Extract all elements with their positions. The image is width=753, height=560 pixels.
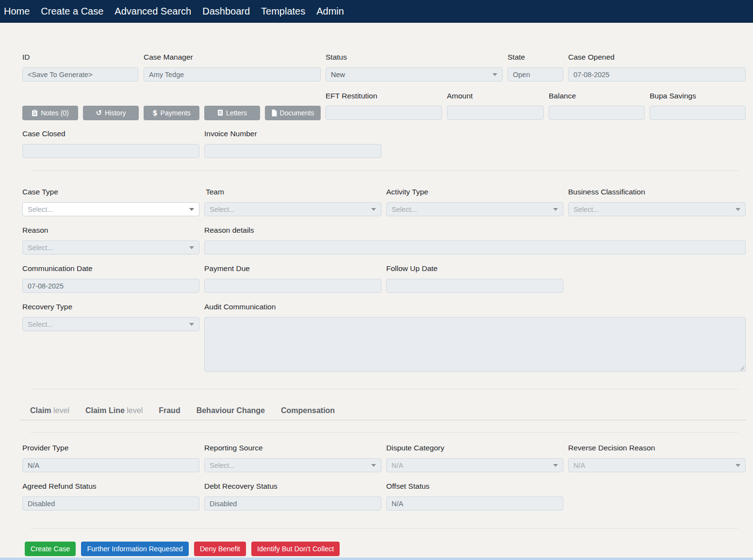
divider [30, 389, 738, 389]
agreed-refund-status-field [22, 496, 199, 511]
reporting-source-label: Reporting Source [204, 443, 263, 453]
case-opened-field[interactable] [568, 67, 746, 81]
divider [30, 170, 738, 171]
tab-behaviour-change[interactable]: Behaviour Change [196, 405, 265, 416]
follow-up-date-label: Follow Up Date [386, 264, 438, 273]
provider-type-field [22, 458, 199, 472]
top-nav: Home Create a Case Advanced Search Dashb… [0, 0, 753, 23]
activity-type-label: Activity Type [386, 187, 428, 197]
status-value: New [331, 71, 492, 79]
reporting-source-placeholder: Select... [210, 462, 371, 469]
divider [30, 432, 738, 432]
case-type-label: Case Type [22, 187, 58, 197]
tab-label-bold: Fraud [159, 406, 180, 415]
receipt-icon [217, 110, 223, 116]
case-opened-label: Case Opened [568, 52, 615, 62]
case-type-select[interactable]: Select... [22, 202, 199, 216]
letters-button-label: Letters [226, 109, 247, 117]
recovery-type-select: Select... [22, 317, 199, 331]
tab-claim-line-level[interactable]: Claim Line level [85, 405, 143, 416]
reporting-source-select[interactable]: Select... [204, 458, 381, 472]
reverse-decision-reason-value: N/A [573, 462, 736, 469]
business-classification-placeholder: Select... [573, 206, 736, 213]
clipboard-icon [32, 110, 38, 116]
case-manager-label: Case Manager [144, 52, 193, 62]
further-information-requested-button[interactable]: Further Information Requested [81, 542, 188, 556]
identify-but-dont-collect-button[interactable]: Identify But Don't Collect [251, 542, 340, 556]
dollar-icon: $ [152, 110, 157, 117]
reverse-decision-reason-select: N/A [568, 458, 746, 472]
team-select: Select... [204, 202, 381, 216]
bupa-savings-field[interactable] [650, 106, 746, 120]
reason-details-field[interactable] [204, 240, 746, 255]
nav-admin[interactable]: Admin [316, 0, 344, 23]
tab-label-bold: Claim Line [85, 406, 125, 415]
tab-label-bold: Claim [30, 406, 51, 415]
create-case-button[interactable]: Create Case [25, 542, 76, 556]
provider-type-label: Provider Type [22, 443, 68, 453]
status-select[interactable]: New [326, 67, 503, 81]
chevron-down-icon [492, 73, 497, 76]
nav-home[interactable]: Home [4, 0, 30, 23]
notes-button[interactable]: Notes (0) [22, 106, 78, 120]
debt-recovery-status-field [204, 496, 381, 511]
chevron-down-icon [189, 323, 194, 326]
eft-restitution-field[interactable] [326, 106, 442, 120]
state-field[interactable] [507, 67, 563, 81]
nav-dashboard[interactable]: Dashboard [202, 0, 250, 23]
documents-button[interactable]: Documents [265, 106, 321, 120]
invoice-number-field[interactable] [204, 144, 381, 158]
balance-label: Balance [549, 91, 576, 101]
agreed-refund-status-label: Agreed Refund Status [22, 481, 97, 491]
tab-fraud[interactable]: Fraud [159, 405, 180, 416]
history-button[interactable]: ↺ History [83, 106, 139, 120]
audit-communication-wrap [204, 317, 746, 372]
file-icon [272, 110, 277, 116]
tab-compensation[interactable]: Compensation [281, 405, 335, 416]
balance-field[interactable] [549, 106, 645, 120]
offset-status-field [386, 496, 563, 511]
deny-benefit-button[interactable]: Deny Benefit [194, 542, 246, 556]
letters-button[interactable]: Letters [204, 106, 260, 120]
chevron-down-icon [553, 464, 558, 467]
chevron-down-icon [189, 246, 194, 249]
payment-due-field[interactable] [204, 279, 381, 293]
reason-label: Reason [22, 225, 48, 235]
recovery-type-label: Recovery Type [22, 302, 72, 312]
team-label: Team [206, 187, 224, 197]
claim-tabs: Claim level Claim Line level Fraud Behav… [19, 405, 746, 420]
chevron-down-icon [371, 208, 376, 211]
amount-field[interactable] [447, 106, 544, 120]
history-button-label: History [105, 109, 126, 117]
case-closed-label: Case Closed [22, 129, 65, 139]
payments-button[interactable]: $ Payments [144, 106, 199, 120]
id-field[interactable] [22, 67, 138, 81]
reverse-decision-reason-label: Reverse Decision Reason [568, 443, 655, 453]
reason-details-label: Reason details [204, 225, 254, 235]
audit-communication-textarea[interactable] [204, 317, 746, 372]
case-manager-field[interactable] [144, 67, 321, 81]
bupa-savings-label: Bupa Savings [650, 91, 696, 101]
nav-create-a-case[interactable]: Create a Case [41, 0, 103, 23]
payments-button-label: Payments [161, 109, 191, 117]
communication-date-field[interactable] [22, 279, 199, 293]
chevron-down-icon [189, 208, 194, 211]
amount-label: Amount [447, 91, 473, 101]
activity-type-placeholder: Select... [392, 206, 553, 213]
audit-communication-label: Audit Communication [204, 302, 276, 312]
id-label: ID [22, 52, 30, 62]
eft-restitution-label: EFT Restitution [326, 91, 377, 101]
business-classification-select: Select... [568, 202, 746, 216]
case-type-placeholder: Select... [28, 206, 189, 213]
case-closed-field[interactable] [22, 144, 199, 158]
tab-claim-level[interactable]: Claim level [30, 405, 69, 416]
footer-actions: Create Case Further Information Requeste… [25, 542, 340, 556]
team-placeholder: Select... [210, 206, 371, 213]
divider [30, 528, 738, 528]
tab-label-light: level [125, 406, 143, 415]
nav-templates[interactable]: Templates [261, 0, 305, 23]
status-label: Status [326, 52, 347, 62]
nav-advanced-search[interactable]: Advanced Search [115, 0, 191, 23]
follow-up-date-field[interactable] [386, 279, 563, 293]
recovery-type-placeholder: Select... [28, 320, 189, 328]
